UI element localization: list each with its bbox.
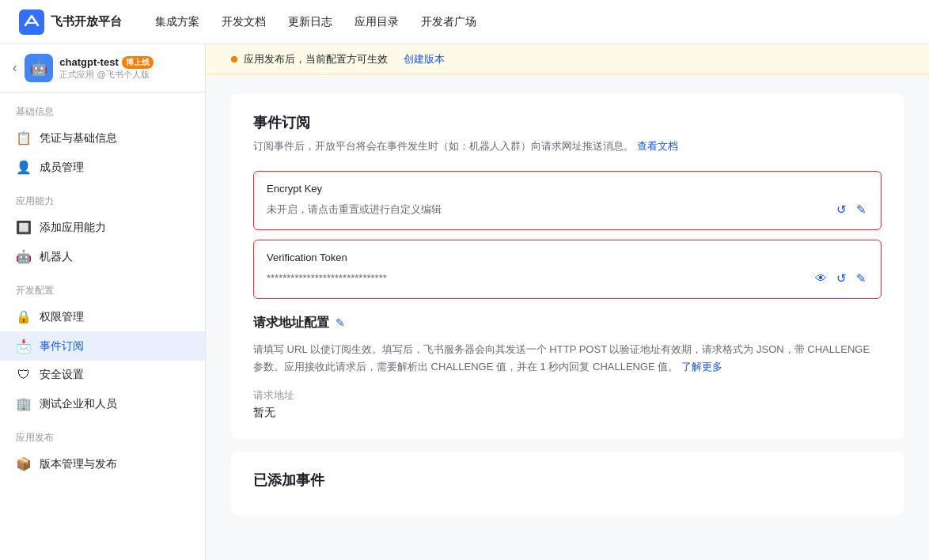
- sidebar-item-test-enterprise[interactable]: 🏢 测试企业和人员: [0, 389, 205, 418]
- version-icon: 📦: [16, 456, 32, 471]
- sidebar-back-button[interactable]: ‹ 🤖 chatgpt-test 博上线 正式应用 @飞书个人版: [0, 44, 205, 93]
- section-label-devconfig: 开发配置: [0, 271, 205, 302]
- logo: 飞书开放平台: [19, 9, 130, 35]
- main-layout: ‹ 🤖 chatgpt-test 博上线 正式应用 @飞书个人版 基础信息 📋 …: [0, 44, 929, 560]
- learn-more-link[interactable]: 了解更多: [681, 361, 722, 373]
- verification-token-value: ******************************: [267, 272, 806, 284]
- encrypt-key-label: Encrypt Key: [267, 183, 868, 195]
- logo-icon: [19, 9, 44, 35]
- request-config-section: 请求地址配置 ✎ 请填写 URL 以使订阅生效。填写后，飞书服务器会向其发送一个…: [253, 315, 882, 420]
- encrypt-key-value: 未开启，请点击重置或进行自定义编辑: [267, 202, 827, 217]
- bot-icon: 🤖: [16, 249, 32, 264]
- sidebar-item-security[interactable]: 🛡 安全设置: [0, 361, 205, 389]
- back-arrow-icon: ‹: [13, 61, 17, 75]
- security-label: 安全设置: [40, 368, 84, 382]
- sidebar-item-credentials[interactable]: 📋 凭证与基础信息: [0, 123, 205, 153]
- nav-appdir[interactable]: 应用目录: [355, 15, 399, 29]
- credentials-label: 凭证与基础信息: [40, 131, 117, 146]
- encrypt-key-edit-button[interactable]: ✎: [855, 201, 868, 218]
- request-config-title-row: 请求地址配置 ✎: [253, 315, 882, 331]
- encrypt-key-box: Encrypt Key 未开启，请点击重置或进行自定义编辑 ↺ ✎: [253, 171, 882, 230]
- nav-links: 集成方案 开发文档 更新日志 应用目录 开发者广场: [155, 15, 476, 29]
- add-capability-label: 添加应用能力: [40, 221, 106, 235]
- section-label-basic: 基础信息: [0, 93, 205, 123]
- logo-text: 飞书开放平台: [51, 14, 122, 29]
- banner-dot: [231, 56, 237, 62]
- encrypt-key-reset-button[interactable]: ↺: [835, 201, 848, 218]
- verification-token-reset-button[interactable]: ↺: [835, 270, 848, 287]
- app-info: 🤖 chatgpt-test 博上线 正式应用 @飞书个人版: [25, 54, 192, 82]
- request-config-desc: 请填写 URL 以使订阅生效。填写后，飞书服务器会向其发送一个 HTTP POS…: [253, 341, 882, 376]
- sidebar-item-permissions[interactable]: 🔒 权限管理: [0, 302, 205, 331]
- members-icon: 👤: [16, 160, 32, 175]
- event-subscription-title: 事件订阅: [253, 113, 882, 132]
- request-url-label: 请求地址: [253, 388, 882, 403]
- security-icon: 🛡: [16, 368, 32, 382]
- content-area: 应用发布后，当前配置方可生效 创建版本 事件订阅 订阅事件后，开放平台将会在事件…: [206, 44, 929, 560]
- test-enterprise-label: 测试企业和人员: [40, 397, 117, 411]
- app-name-block: chatgpt-test 博上线 正式应用 @飞书个人版: [59, 56, 153, 81]
- nav-integration[interactable]: 集成方案: [155, 15, 199, 29]
- add-capability-icon: 🔲: [16, 220, 32, 235]
- verification-token-actions: 👁 ↺ ✎: [813, 270, 868, 287]
- test-enterprise-icon: 🏢: [16, 396, 32, 411]
- verification-token-edit-button[interactable]: ✎: [855, 270, 868, 287]
- sidebar-item-members[interactable]: 👤 成员管理: [0, 153, 205, 182]
- request-url-value: 暂无: [253, 406, 882, 420]
- sidebar-item-bot[interactable]: 🤖 机器人: [0, 242, 205, 271]
- event-subscription-card: 事件订阅 订阅事件后，开放平台将会在事件发生时（如：机器人入群）向请求网址推送消…: [231, 94, 904, 439]
- publish-banner: 应用发布后，当前配置方可生效 创建版本: [206, 44, 929, 75]
- verification-token-box: Verification Token *********************…: [253, 240, 882, 299]
- encrypt-key-value-row: 未开启，请点击重置或进行自定义编辑 ↺ ✎: [267, 201, 868, 218]
- event-subscription-desc-text: 订阅事件后，开放平台将会在事件发生时（如：机器人入群）向请求网址推送消息。: [253, 140, 634, 152]
- bot-label: 机器人: [40, 250, 73, 264]
- version-label: 版本管理与发布: [40, 457, 117, 471]
- banner-text: 应用发布后，当前配置方可生效: [244, 52, 388, 66]
- credentials-icon: 📋: [16, 131, 32, 146]
- top-nav: 飞书开放平台 集成方案 开发文档 更新日志 应用目录 开发者广场: [0, 0, 929, 44]
- event-subscription-desc: 订阅事件后，开放平台将会在事件发生时（如：机器人入群）向请求网址推送消息。 查看…: [253, 138, 882, 155]
- events-icon: 📩: [16, 339, 32, 354]
- request-config-title: 请求地址配置: [253, 315, 329, 331]
- request-config-edit-button[interactable]: ✎: [336, 316, 345, 329]
- members-label: 成员管理: [40, 161, 84, 175]
- permissions-icon: 🔒: [16, 309, 32, 324]
- view-doc-link[interactable]: 查看文档: [637, 140, 678, 152]
- verification-token-label: Verification Token: [267, 252, 868, 263]
- nav-devdoc[interactable]: 开发文档: [222, 15, 266, 29]
- verification-token-value-row: ****************************** 👁 ↺ ✎: [267, 270, 868, 287]
- create-version-link[interactable]: 创建版本: [404, 52, 445, 66]
- nav-devplaza[interactable]: 开发者广场: [421, 15, 476, 29]
- section-label-publish: 应用发布: [0, 418, 205, 449]
- page-content: 事件订阅 订阅事件后，开放平台将会在事件发生时（如：机器人入群）向请求网址推送消…: [206, 75, 929, 534]
- app-avatar: 🤖: [25, 54, 53, 82]
- app-status-badge: 博上线: [122, 56, 154, 69]
- app-name-row: chatgpt-test 博上线: [59, 56, 153, 69]
- sidebar-item-events[interactable]: 📩 事件订阅: [0, 331, 205, 361]
- encrypt-key-actions: ↺ ✎: [835, 201, 868, 218]
- verification-token-show-button[interactable]: 👁: [813, 270, 829, 286]
- sidebar-item-version[interactable]: 📦 版本管理与发布: [0, 449, 205, 479]
- permissions-label: 权限管理: [40, 310, 84, 324]
- request-config-desc-text: 请填写 URL 以使订阅生效。填写后，飞书服务器会向其发送一个 HTTP POS…: [253, 343, 870, 373]
- section-label-capability: 应用能力: [0, 182, 205, 213]
- sidebar-item-add-capability[interactable]: 🔲 添加应用能力: [0, 213, 205, 242]
- app-name-text: chatgpt-test: [59, 56, 118, 68]
- nav-changelog[interactable]: 更新日志: [288, 15, 332, 29]
- app-sub-text: 正式应用 @飞书个人版: [59, 69, 153, 81]
- added-events-card: 已添加事件: [231, 452, 904, 515]
- sidebar: ‹ 🤖 chatgpt-test 博上线 正式应用 @飞书个人版 基础信息 📋 …: [0, 44, 206, 560]
- events-label: 事件订阅: [40, 339, 84, 354]
- added-events-title: 已添加事件: [253, 471, 882, 490]
